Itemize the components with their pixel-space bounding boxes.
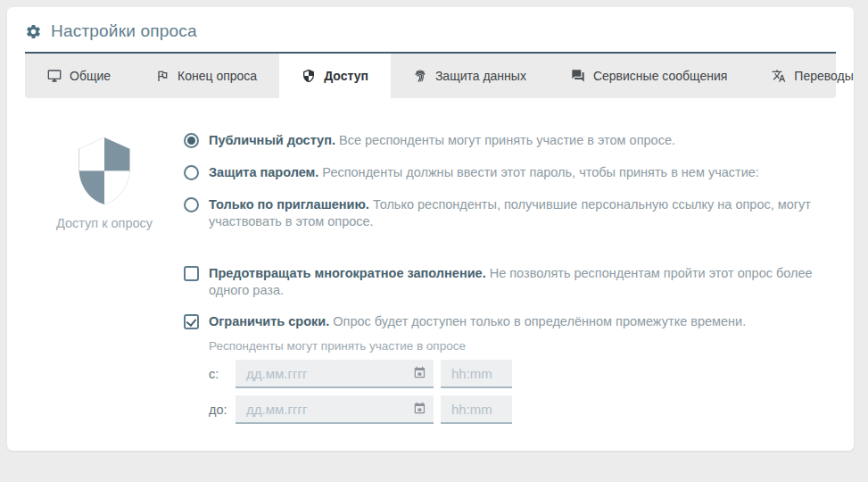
- tab-survey-end[interactable]: Конец опроса: [133, 54, 279, 98]
- calendar-icon[interactable]: [412, 402, 426, 416]
- option-label: Только по приглашению.: [209, 197, 369, 212]
- tab-label: Доступ: [324, 69, 368, 83]
- checkbox-option-prevent-multiple: Предотвращать многократное заполнение. Н…: [184, 265, 836, 299]
- access-settings-content: Доступ к опросу Публичный доступ. Все ре…: [7, 98, 854, 431]
- date-until-field: [236, 395, 434, 424]
- option-description: Опрос будет доступен только в определённ…: [333, 314, 746, 328]
- option-label: Защита паролем.: [209, 165, 318, 179]
- section-illustration: Доступ к опросу: [25, 132, 184, 431]
- tab-service-messages[interactable]: Сервисные сообщения: [549, 54, 749, 98]
- time-until-input[interactable]: [441, 395, 512, 422]
- option-label: Предотвращать многократное заполнение.: [209, 266, 486, 280]
- monitor-icon: [47, 69, 62, 83]
- checkered-shield-icon: [70, 134, 138, 209]
- checkbox-limit-dates[interactable]: [184, 314, 199, 329]
- access-options: Публичный доступ. Все респонденты могут …: [184, 132, 836, 431]
- translate-icon: [772, 69, 786, 83]
- option-label: Ограничить сроки.: [209, 314, 329, 328]
- tab-data-protection[interactable]: Защита данных: [391, 54, 549, 98]
- checkbox-prevent-multiple[interactable]: [184, 266, 199, 281]
- spacer: [184, 245, 836, 265]
- date-from-input[interactable]: [236, 360, 434, 386]
- settings-tabbar: Общие Конец опроса Доступ Защита да: [25, 54, 836, 98]
- forum-icon: [571, 69, 585, 83]
- radio-option-public: Публичный доступ. Все респонденты могут …: [184, 132, 836, 149]
- checkbox-option-limit-dates: Ограничить сроки. Опрос будет доступен т…: [184, 313, 836, 330]
- time-until-field: [441, 395, 512, 424]
- radio-invitation-only[interactable]: [184, 197, 199, 212]
- flag-icon: [155, 69, 169, 83]
- tab-label: Конец опроса: [178, 69, 257, 83]
- date-range-section: Респонденты могут принять участие в опро…: [209, 339, 836, 424]
- tab-general[interactable]: Общие: [25, 54, 133, 98]
- radio-password-protection[interactable]: [184, 165, 199, 180]
- calendar-icon[interactable]: [412, 366, 426, 380]
- section-caption: Доступ к опросу: [25, 216, 184, 230]
- card-header: Настройки опроса: [7, 7, 854, 52]
- tab-label: Общие: [70, 69, 111, 83]
- fingerprint-icon: [413, 69, 427, 83]
- date-until-input[interactable]: [236, 395, 434, 422]
- gear-icon: [25, 23, 42, 40]
- date-row-until: до:: [209, 395, 836, 424]
- tab-access[interactable]: Доступ: [279, 54, 391, 98]
- page-title: Настройки опроса: [51, 21, 197, 41]
- survey-settings-card: Настройки опроса Общие Конец опроса Дост…: [7, 7, 854, 451]
- date-row-from: с:: [209, 360, 836, 388]
- date-range-helper: Респонденты могут принять участие в опро…: [209, 339, 836, 353]
- tab-label: Переводы: [794, 69, 853, 83]
- time-from-input[interactable]: [441, 360, 512, 386]
- tab-translations[interactable]: Переводы: [749, 54, 868, 98]
- date-from-label: с:: [209, 367, 236, 381]
- radio-option-invitation: Только по приглашению. Только респондент…: [184, 196, 836, 230]
- shield-icon: [302, 69, 316, 83]
- radio-option-password: Защита паролем. Респонденты должны ввест…: [184, 164, 836, 181]
- option-label: Публичный доступ.: [209, 133, 335, 147]
- date-until-label: до:: [209, 403, 236, 417]
- tab-label: Защита данных: [435, 69, 526, 83]
- option-description: Респонденты должны ввести этот пароль, ч…: [322, 165, 759, 179]
- radio-public-access[interactable]: [184, 133, 199, 148]
- time-from-field: [441, 360, 512, 388]
- tab-label: Сервисные сообщения: [593, 69, 727, 83]
- date-from-field: [236, 360, 434, 388]
- option-description: Все респонденты могут принять участие в …: [339, 133, 675, 147]
